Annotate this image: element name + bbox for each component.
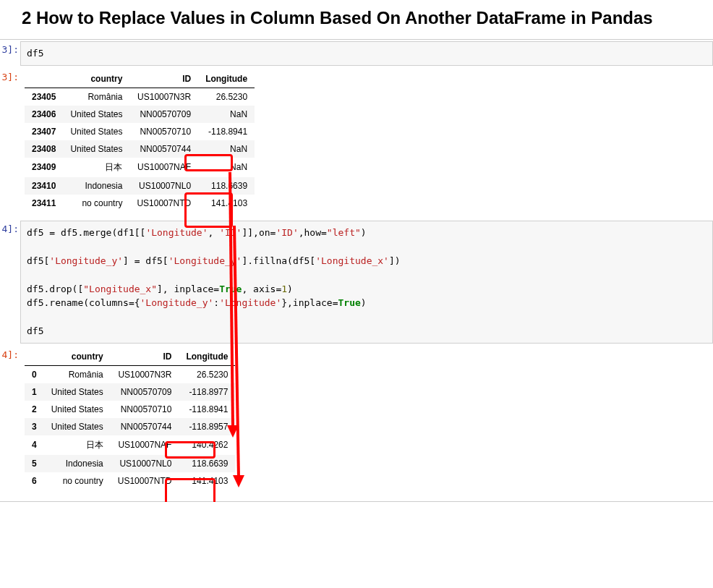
cell-id: US10007NAF (129, 158, 198, 177)
row-index: 23408 (25, 140, 63, 158)
cell-id: NN00570744 (111, 418, 179, 435)
cell-country: United States (63, 123, 129, 140)
table-row: 3United StatesNN00570744-118.8957 (25, 418, 235, 435)
cell-id: US10007NL0 (111, 455, 179, 472)
row-index: 0 (25, 365, 44, 383)
row-index: 23406 (25, 106, 63, 123)
cell-id: NN00570744 (129, 140, 198, 158)
prompt-out-3: 3]: (0, 67, 20, 82)
cell-id: NN00570709 (111, 383, 179, 401)
cell-lon: 118.6639 (198, 177, 255, 195)
cell-country: România (63, 88, 129, 106)
table-row: 1United StatesNN00570709-118.8977 (25, 383, 235, 401)
cell-id: NN00570709 (129, 106, 198, 123)
cell-lon: NaN (198, 140, 255, 158)
prompt-out-4: 4]: (0, 345, 20, 360)
code-line-2: df5['Longitude_y'] = df5['Longitude_y'].… (27, 255, 401, 266)
cell-country: România (44, 365, 111, 383)
page-title: 2 How to Replace Values in Column Based … (22, 7, 691, 29)
table-row: 23405RomâniaUS10007N3R26.5230 (25, 88, 255, 106)
table-row: 5IndonesiaUS10007NL0118.6639 (25, 455, 235, 472)
cell-lon: 26.5230 (198, 88, 255, 106)
cell-id: US10007NTD (129, 195, 198, 212)
cell-lon: -118.8957 (179, 418, 235, 435)
table-row: 2United StatesNN00570710-118.8941 (25, 401, 235, 418)
cell-country: Indonesia (44, 455, 111, 472)
cell-id: NN00570710 (111, 401, 179, 418)
cell-lon: NaN (198, 158, 255, 177)
row-index: 23410 (25, 177, 63, 195)
cell-lon: -118.8941 (198, 123, 255, 140)
dataframe-table-1: country ID Longitude 23405RomâniaUS10007… (25, 70, 255, 212)
table-row: 0RomâniaUS10007N3R26.5230 (25, 365, 235, 383)
col-country: country (63, 70, 129, 88)
code-input-2[interactable]: df5 = df5.merge(df1[['Longitude', 'ID']]… (20, 221, 713, 344)
cell-id: US10007N3R (111, 365, 179, 383)
cell-lon: 140.4262 (179, 435, 235, 455)
code-input-1[interactable]: df5 (20, 41, 713, 66)
table-row: 23409日本US10007NAFNaN (25, 158, 255, 177)
page: 2 How to Replace Values in Column Based … (0, 7, 713, 502)
row-index: 1 (25, 383, 44, 401)
cell-id: US10007N3R (129, 88, 198, 106)
cell-lon: -118.8977 (179, 383, 235, 401)
cell-lon: NaN (198, 106, 255, 123)
code-line-3: df5.drop(["Longitude_x"], inplace=True, … (27, 284, 293, 294)
cell-country: United States (44, 401, 111, 418)
cell-country: 日本 (44, 435, 111, 455)
cell-country: no country (44, 472, 111, 490)
cell-lon: 118.6639 (179, 455, 235, 472)
cell-lon: 141.4103 (179, 472, 235, 490)
code-line-4: df5.rename(columns={'Longitude_y':'Longi… (27, 297, 367, 308)
cell-country: United States (63, 106, 129, 123)
cell-id: US10007NAF (111, 435, 179, 455)
cell-lon: 26.5230 (179, 365, 235, 383)
table-row: 23408United StatesNN00570744NaN (25, 140, 255, 158)
col-id: ID (111, 348, 179, 366)
row-index: 3 (25, 418, 44, 435)
dataframe-table-2: country ID Longitude 0RomâniaUS10007N3R2… (25, 348, 235, 490)
col-country: country (44, 348, 111, 366)
cell-lon: 141.4103 (198, 195, 255, 212)
index-header (25, 348, 44, 366)
output-cell-3: 3]: country ID Longitude 23405RomâniaUS1… (0, 67, 713, 219)
cell-country: United States (44, 418, 111, 435)
prompt-in-3: 3]: (0, 40, 20, 55)
cell-id: US10007NTD (111, 472, 179, 490)
prompt-in-4: 4]: (0, 219, 20, 234)
col-longitude: Longitude (179, 348, 235, 366)
cell-country: no country (63, 195, 129, 212)
table-row: 23406United StatesNN00570709NaN (25, 106, 255, 123)
row-index: 23407 (25, 123, 63, 140)
table-row: 4日本US10007NAF140.4262 (25, 435, 235, 455)
row-index: 23405 (25, 88, 63, 106)
cell-country: 日本 (63, 158, 129, 177)
cell-lon: -118.8941 (179, 401, 235, 418)
row-index: 6 (25, 472, 44, 490)
cell-country: United States (44, 383, 111, 401)
output-area-1: country ID Longitude 23405RomâniaUS10007… (20, 67, 713, 219)
index-header (25, 70, 63, 88)
table-row: 23410IndonesiaUS10007NL0118.6639 (25, 177, 255, 195)
table-row: 6no countryUS10007NTD141.4103 (25, 472, 235, 490)
code-text: df5 (27, 48, 43, 59)
output-area-2: country ID Longitude 0RomâniaUS10007N3R2… (20, 345, 713, 497)
separator-bottom (0, 501, 713, 502)
row-index: 23411 (25, 195, 63, 212)
table-row: 23411no countryUS10007NTD141.4103 (25, 195, 255, 212)
row-index: 23409 (25, 158, 63, 177)
input-cell-4: 4]: df5 = df5.merge(df1[['Longitude', 'I… (0, 219, 713, 345)
cell-id: US10007NL0 (129, 177, 198, 195)
cell-id: NN00570710 (129, 123, 198, 140)
row-index: 5 (25, 455, 44, 472)
code-line-1: df5 = df5.merge(df1[['Longitude', 'ID']]… (27, 227, 367, 238)
row-index: 4 (25, 435, 44, 455)
cell-country: Indonesia (63, 177, 129, 195)
table-row: 23407United StatesNN00570710-118.8941 (25, 123, 255, 140)
col-longitude: Longitude (198, 70, 255, 88)
code-line-5: df5 (27, 325, 43, 336)
cell-country: United States (63, 140, 129, 158)
output-cell-4: 4]: country ID Longitude 0RomâniaUS10007… (0, 345, 713, 497)
row-index: 2 (25, 401, 44, 418)
input-cell-3: 3]: df5 (0, 40, 713, 67)
